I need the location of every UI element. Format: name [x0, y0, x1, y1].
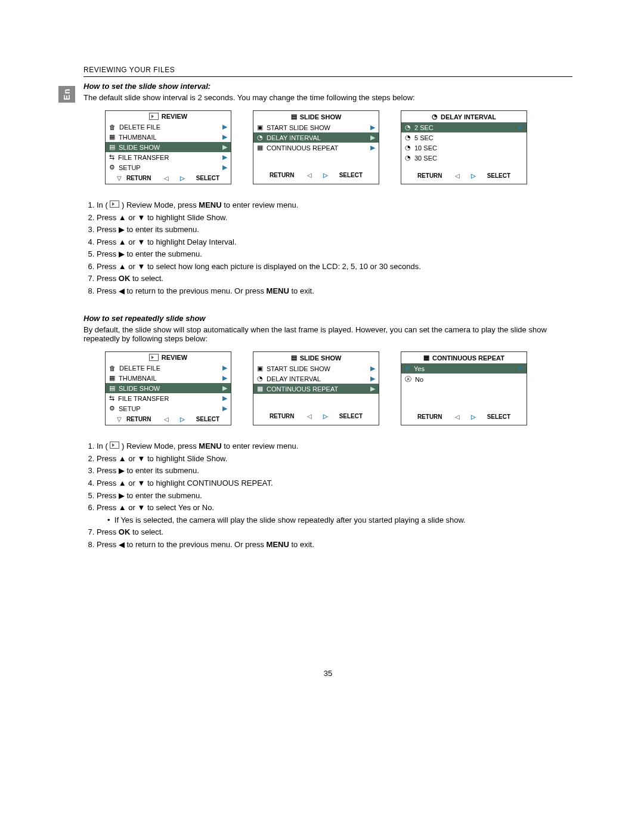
- chevron-right-icon: ▶: [222, 163, 227, 171]
- menu-label: No: [415, 376, 423, 383]
- chevron-right-icon: ▶: [370, 124, 375, 131]
- step-text: to enter review menu.: [222, 442, 299, 450]
- footer-select: SELECT: [487, 172, 510, 179]
- step-text: ) Review Mode, press: [119, 200, 199, 209]
- lcd-title: ◔DELAY INTERVAL: [401, 111, 527, 122]
- step-bold: MENU: [267, 286, 289, 295]
- menu-item: ▦THUMBNAIL▶: [106, 132, 231, 142]
- footer-return: RETURN: [417, 172, 442, 179]
- clock-icon: ◔: [405, 154, 411, 162]
- chevron-right-icon: ▶: [222, 143, 227, 151]
- play-icon: [149, 354, 159, 361]
- left-icon: ◁: [455, 172, 460, 179]
- down-icon: ▽: [117, 175, 122, 181]
- menu-label: SETUP: [119, 164, 141, 171]
- step: Press ▲ or ▼ to highlight Delay Interval…: [97, 237, 572, 248]
- step-text: to exit.: [289, 540, 314, 549]
- transfer-icon: ⇆: [109, 394, 114, 402]
- divider: [83, 76, 572, 77]
- left-icon: ◁: [307, 172, 312, 178]
- step: Press ▶ to enter the submenu.: [97, 249, 572, 260]
- step-text: In (: [97, 200, 110, 209]
- footer-return: RETURN: [417, 413, 442, 420]
- language-label: En: [62, 88, 72, 100]
- menu-label: DELETE FILE: [119, 365, 160, 372]
- step-text: to select.: [130, 527, 163, 536]
- slides-icon: ▤: [291, 354, 297, 362]
- chevron-right-icon: ▶: [222, 364, 227, 372]
- lcd-title-text: REVIEW: [162, 354, 187, 361]
- step-bold: MENU: [199, 442, 221, 450]
- slides-icon: ▤: [109, 384, 115, 392]
- menu-label: 10 SEC: [414, 144, 437, 152]
- repeat-title: How to set repeatedly slide show: [83, 314, 572, 323]
- menu-label: DELAY INTERVAL: [267, 134, 321, 141]
- right-icon: ▷: [471, 172, 476, 179]
- menu-label: START SLIDE SHOW: [267, 365, 330, 372]
- grid-icon: ▦: [109, 374, 115, 382]
- chevron-right-icon: ▶: [370, 144, 375, 152]
- page-number: 35: [83, 669, 572, 678]
- transfer-icon: ⇆: [109, 153, 114, 161]
- left-icon: ◁: [164, 175, 169, 181]
- lcd-title: REVIEW: [106, 111, 231, 122]
- step-text: Press: [97, 274, 119, 283]
- menu-item: ◔5 SEC: [401, 132, 527, 143]
- lcd-review: REVIEW 🗑DELETE FILE▶ ▦THUMBNAIL▶ ▤SLIDE …: [105, 351, 231, 425]
- menu-label: THUMBNAIL: [119, 375, 157, 382]
- menu-label: 2 SEC: [414, 124, 434, 131]
- clock-icon: ◔: [432, 113, 438, 121]
- menu-item-highlighted: ▤SLIDE SHOW▶: [106, 142, 231, 152]
- step-text: to exit.: [289, 286, 314, 295]
- menu-label: DELAY INTERVAL: [267, 375, 321, 382]
- lcd-delay-interval: ◔DELAY INTERVAL ◔2 SEC✔ ◔5 SEC ◔10 SEC ◔…: [401, 110, 527, 184]
- step: Press ▲ or ▼ to highlight Slide Show.: [97, 453, 572, 464]
- menu-item: ▦CONTINUOUS REPEAT▶: [253, 143, 379, 153]
- chevron-right-icon: ▶: [222, 394, 227, 402]
- step-text: Press ◀ to return to the previous menu. …: [97, 540, 267, 549]
- repeat-icon: ▦: [257, 144, 263, 152]
- language-tab: En: [58, 86, 75, 103]
- step: Press OK to select.: [97, 527, 572, 538]
- step: Press ◀ to return to the previous menu. …: [97, 539, 572, 550]
- footer-return: RETURN: [270, 413, 295, 419]
- lcd-footer: RETURN ◁ ▷ SELECT: [253, 169, 379, 181]
- lcd-title-text: SLIDE SHOW: [300, 354, 342, 362]
- menu-label: FILE TRANSFER: [118, 395, 169, 402]
- menu-item: ⇆FILE TRANSFER▶: [106, 393, 231, 403]
- x-icon: ⓧ: [405, 375, 411, 384]
- menu-item: ◔DELAY INTERVAL▶: [253, 374, 379, 384]
- lcd-title-text: DELAY INTERVAL: [441, 113, 496, 121]
- chevron-right-icon: ▶: [222, 123, 227, 131]
- step-text: Press: [97, 527, 119, 536]
- step: Press ▲ or ▼ to select Yes or No. • If Y…: [97, 502, 572, 525]
- trash-icon: 🗑: [109, 124, 116, 131]
- left-icon: ◁: [307, 413, 312, 419]
- interval-intro: The default slide show interval is 2 sec…: [83, 93, 572, 102]
- step-bold: OK: [119, 527, 131, 536]
- play-icon: [149, 113, 159, 120]
- footer-select: SELECT: [339, 172, 363, 178]
- footer-select: SELECT: [196, 416, 219, 422]
- play-icon: ▣: [257, 365, 263, 372]
- lcd-review: REVIEW 🗑DELETE FILE▶ ▦THUMBNAIL▶ ▤SLIDE …: [105, 110, 231, 184]
- clock-icon: ◔: [405, 144, 411, 152]
- right-icon: ▷: [180, 416, 185, 422]
- lcd-footer: RETURN ◁ ▷ SELECT: [401, 170, 527, 181]
- chevron-right-icon: ▶: [222, 374, 227, 382]
- menu-label: SLIDE SHOW: [119, 385, 160, 392]
- menu-item: ◔10 SEC: [401, 143, 527, 153]
- menu-label: CONTINUOUS REPEAT: [267, 144, 338, 152]
- left-icon: ◁: [164, 416, 169, 422]
- interval-title: How to set the slide show interval:: [83, 82, 572, 91]
- footer-return: RETURN: [270, 172, 295, 178]
- lcd-title: ▤SLIDE SHOW: [253, 352, 379, 363]
- menu-item: 🗑DELETE FILE▶: [106, 363, 231, 373]
- menu-label: THUMBNAIL: [119, 134, 157, 141]
- lcd-title-text: CONTINUOUS REPEAT: [432, 354, 504, 362]
- repeat-screens: REVIEW 🗑DELETE FILE▶ ▦THUMBNAIL▶ ▤SLIDE …: [105, 351, 572, 425]
- section-header: REVIEWING YOUR FILES: [83, 66, 572, 74]
- lcd-title-text: REVIEW: [162, 113, 187, 120]
- menu-item-highlighted: ▦CONTINUOUS REPEAT▶: [253, 384, 379, 394]
- clock-icon: ◔: [405, 134, 411, 141]
